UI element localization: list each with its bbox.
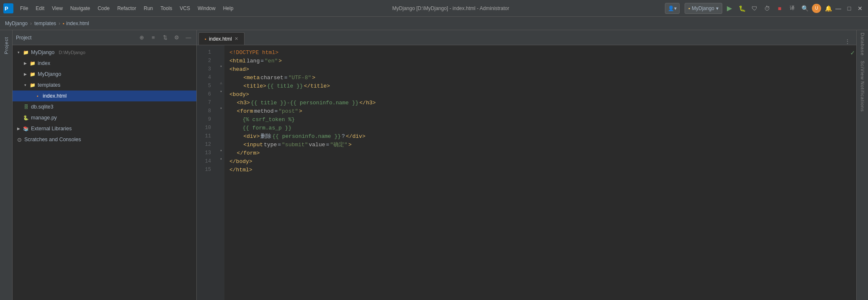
tree-item-ext-libraries[interactable]: ▶ 📚 External Libraries xyxy=(13,123,196,134)
minimize-button[interactable]: — xyxy=(834,4,843,13)
tree-label-manage: manage.py xyxy=(31,115,57,121)
tree-hide-btn[interactable]: — xyxy=(184,33,193,42)
line-numbers: 1 2 3 4 5 6 7 8 9 10 11 12 13 14 15 xyxy=(197,45,218,300)
code-token: value xyxy=(309,141,325,150)
code-token: {{ title }}-{{ personinfo.name }} xyxy=(251,99,358,108)
code-token: "确定" xyxy=(330,141,348,150)
code-gutter: ▾ ⚠ ▾ ▾ ▴ ▴ xyxy=(218,45,224,300)
run-config-dropdown[interactable]: ▪ MyDjango ▾ xyxy=(685,3,722,14)
menu-code[interactable]: Code xyxy=(94,4,113,13)
gutter-12 xyxy=(218,137,224,146)
gutter-13: ▴ xyxy=(218,146,224,154)
user-dropdown-arrow: ▾ xyxy=(674,5,677,11)
tree-item-db-sqlite[interactable]: 🗄 db.sqlite3 xyxy=(13,101,196,112)
code-line-14: </body> xyxy=(229,158,851,166)
tab-index-html[interactable]: ▪ index.html ✕ xyxy=(198,32,245,45)
code-content[interactable]: <!DOCTYPE html> <html lang = "en" > <hea… xyxy=(224,45,856,300)
line-num-8: 8 xyxy=(197,107,214,116)
project-panel-title: Project xyxy=(16,35,134,41)
code-editor: 1 2 3 4 5 6 7 8 9 10 11 12 13 14 15 ▾ xyxy=(197,45,856,300)
tree-item-mydjango-root[interactable]: ▾ 📁 MyDjango D:\MyDjango xyxy=(13,47,196,58)
right-panel-sciview[interactable]: SciView xyxy=(858,58,868,83)
scratches-icon: ⊙ xyxy=(16,136,23,143)
run-config-arrow: ▾ xyxy=(716,5,719,11)
code-token: <head> xyxy=(229,65,249,74)
user-avatar[interactable]: U xyxy=(812,4,821,13)
folder-icon-mydjango-sub: 📁 xyxy=(29,71,36,78)
breadcrumb-mydjango[interactable]: MyDjango xyxy=(5,21,28,26)
debug-button[interactable]: 🐛 xyxy=(737,3,747,14)
close-button[interactable]: ✕ xyxy=(855,4,865,13)
gutter-10 xyxy=(218,121,224,129)
line-num-14: 14 xyxy=(197,158,214,166)
code-line-11: <div> 删除 {{ personinfo.name }} ? </div> xyxy=(229,132,851,141)
menu-file[interactable]: File xyxy=(17,4,31,13)
tree-path-mydjango: D:\MyDjango xyxy=(59,50,85,55)
tree-item-mydjango-sub[interactable]: ▶ 📁 MyDjango xyxy=(13,69,196,80)
folder-icon-index: 📁 xyxy=(29,60,36,67)
tree-collapse-btn[interactable]: ≡ xyxy=(149,33,158,42)
code-token: </html> xyxy=(229,166,252,175)
menu-window[interactable]: Window xyxy=(194,4,219,13)
gutter-1 xyxy=(218,45,224,54)
code-token: > xyxy=(312,74,315,83)
user-dropdown[interactable]: 👤 ▾ xyxy=(665,3,680,14)
breadcrumb-templates[interactable]: templates xyxy=(34,21,56,26)
editor-area: ▪ index.html ✕ ⋮ 1 2 3 4 5 6 7 8 9 10 11… xyxy=(197,30,856,300)
gutter-2 xyxy=(218,54,224,62)
gutter-9 xyxy=(218,112,224,121)
code-token: </form> xyxy=(237,149,260,158)
tab-html-icon: ▪ xyxy=(205,36,206,41)
tree-item-index-html[interactable]: ▪ index.html xyxy=(13,91,196,101)
menu-navigate[interactable]: Navigate xyxy=(67,4,93,13)
breadcrumb-index-html[interactable]: index.html xyxy=(66,21,89,26)
tree-arrow-mydjango-sub: ▶ xyxy=(23,72,28,77)
right-panel-notifications[interactable]: Notifications xyxy=(858,84,868,109)
tree-item-index[interactable]: ▶ 📁 index xyxy=(13,58,196,69)
tab-more-button[interactable]: ⋮ xyxy=(842,38,853,45)
code-line-5: <title> {{ title }} </title> xyxy=(229,82,851,91)
profile-button[interactable]: ⏱ xyxy=(762,3,773,14)
line-num-5: 5 xyxy=(197,82,214,91)
menu-vcs[interactable]: VCS xyxy=(176,4,193,13)
breadcrumb-icon-html: ▪ xyxy=(63,21,64,26)
tree-item-scratches[interactable]: ⊙ Scratches and Consoles xyxy=(13,134,196,145)
menu-edit[interactable]: Edit xyxy=(32,4,48,13)
right-panel-database[interactable]: Database xyxy=(858,32,868,57)
menu-view[interactable]: View xyxy=(49,4,66,13)
tab-close-btn[interactable]: ✕ xyxy=(234,36,238,41)
maximize-button[interactable]: □ xyxy=(845,4,854,13)
gutter-5: ⚠ xyxy=(218,79,224,87)
coverage-button[interactable]: 🛡 xyxy=(749,3,760,14)
tree-add-btn[interactable]: ⊕ xyxy=(137,33,146,42)
tree-label-templates: templates xyxy=(38,82,60,88)
code-token xyxy=(229,141,242,150)
code-token: <meta xyxy=(243,74,260,83)
line-num-10: 10 xyxy=(197,124,214,132)
search-button[interactable]: 🔍 xyxy=(799,3,810,14)
window-title: MyDjango [D:\MyDjango] - index.html - Ad… xyxy=(237,5,665,11)
code-token: </title> xyxy=(304,82,330,91)
update-button[interactable]: 🔔 xyxy=(823,3,834,14)
tree-settings-btn[interactable]: ⚙ xyxy=(172,33,181,42)
menu-run[interactable]: Run xyxy=(140,4,156,13)
tree-expand-btn[interactable]: ⇅ xyxy=(160,33,170,42)
run-button[interactable]: ▶ xyxy=(724,3,735,14)
code-token: <body> xyxy=(229,91,249,99)
tree-arrow-index: ▶ xyxy=(23,61,28,66)
menu-refactor[interactable]: Refactor xyxy=(114,4,139,13)
ext-libraries-icon: 📚 xyxy=(23,125,29,132)
stop-button[interactable]: ■ xyxy=(774,3,785,14)
tree-item-manage-py[interactable]: 🐍 manage.py xyxy=(13,112,196,123)
code-token: "submit" xyxy=(282,141,308,150)
code-line-7: <h3> {{ title }}-{{ personinfo.name }} <… xyxy=(229,99,851,107)
project-strip-label[interactable]: Project xyxy=(3,34,10,57)
translate-button[interactable]: 译 xyxy=(787,3,798,14)
py-icon-manage: 🐍 xyxy=(23,114,29,121)
sidebar-strip: Project xyxy=(0,30,13,300)
tree-item-templates[interactable]: ▾ 📁 templates xyxy=(13,80,196,91)
menu-help[interactable]: Help xyxy=(220,4,237,13)
tree-label-index-html: index.html xyxy=(43,93,67,99)
menu-tools[interactable]: Tools xyxy=(157,4,175,13)
code-token xyxy=(229,74,242,83)
